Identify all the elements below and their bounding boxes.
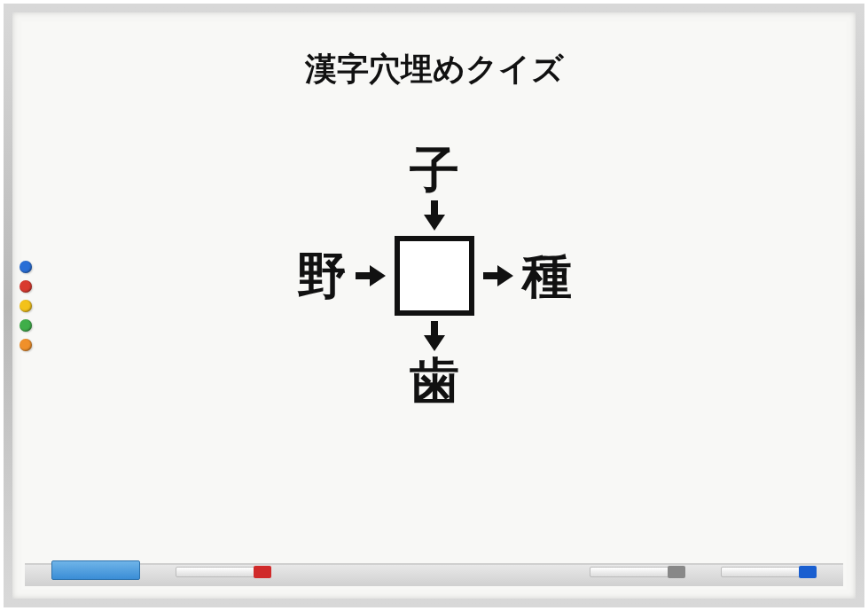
- magnet-blue: [20, 261, 32, 273]
- kanji-left: 野: [297, 251, 347, 301]
- kanji-puzzle: 子 野 種 歯: [21, 145, 847, 406]
- magnet-orange: [20, 339, 32, 351]
- magnet-green: [20, 319, 32, 332]
- magnet-red: [20, 280, 32, 293]
- magnet-strip: [20, 261, 32, 351]
- arrow-down-icon: [422, 200, 447, 231]
- marker-body: [721, 567, 801, 577]
- puzzle-middle-row: 野 種: [297, 236, 572, 316]
- arrow-right-icon: [483, 263, 513, 288]
- answer-box[interactable]: [395, 236, 474, 316]
- kanji-bottom: 歯: [410, 356, 459, 406]
- marker-blue: [721, 566, 817, 578]
- whiteboard-frame: 漢字穴埋めクイズ 子 野 種 歯: [4, 4, 864, 607]
- marker-red: [176, 566, 271, 578]
- kanji-right: 種: [522, 251, 572, 301]
- kanji-top: 子: [410, 145, 459, 195]
- marker-cap: [668, 566, 685, 578]
- marker-body: [590, 567, 669, 577]
- arrow-down-icon: [422, 321, 447, 351]
- marker-cap: [254, 566, 271, 578]
- marker-cap: [799, 566, 817, 578]
- marker-grey: [590, 566, 685, 578]
- whiteboard-surface: 漢字穴埋めクイズ 子 野 種 歯: [21, 21, 847, 590]
- magnet-yellow: [20, 300, 32, 312]
- eraser: [51, 560, 140, 580]
- marker-body: [176, 567, 255, 577]
- marker-tray: [25, 563, 843, 586]
- arrow-right-icon: [356, 263, 386, 288]
- quiz-title: 漢字穴埋めクイズ: [21, 48, 847, 91]
